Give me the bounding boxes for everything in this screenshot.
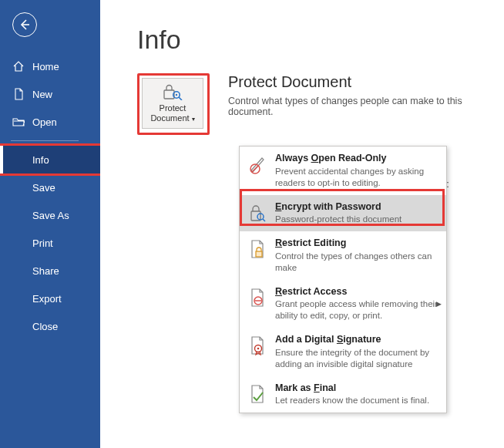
svg-line-9 xyxy=(263,219,265,221)
menu-desc-signature: Ensure the integrity of the document by … xyxy=(275,347,438,370)
svg-rect-10 xyxy=(256,251,262,257)
menu-desc-restrict-edit: Control the types of changes others can … xyxy=(275,251,438,274)
menu-item-restrict-access[interactable]: Restrict Access Grant people access whil… xyxy=(240,280,446,328)
menu-item-restrict-editing[interactable]: Restrict Editing Control the types of ch… xyxy=(240,231,446,280)
svg-line-3 xyxy=(179,97,182,100)
sidebar-label-home: Home xyxy=(32,61,59,72)
new-doc-icon xyxy=(12,88,25,100)
sidebar-label-saveas: Save As xyxy=(32,210,69,221)
arrow-left-icon xyxy=(18,19,31,31)
sidebar-item-open[interactable]: Open xyxy=(0,108,100,136)
sidebar-label-close: Close xyxy=(32,321,58,332)
menu-desc-restrict-access: Grant people access while removing their… xyxy=(275,298,438,322)
sidebar-item-info[interactable]: Info xyxy=(0,146,100,173)
menu-item-read-only[interactable]: Always Open Read-Only Prevent accidental… xyxy=(240,147,446,195)
sidebar-label-print: Print xyxy=(32,237,53,249)
protect-desc: Control what types of changes people can… xyxy=(228,96,504,117)
app-root: Home New Open Info Save Save As Print xyxy=(0,0,504,448)
protect-heading: Protect Document xyxy=(228,73,504,91)
main-panel: Info Protect Documen xyxy=(100,0,504,448)
svg-point-14 xyxy=(257,348,260,350)
protect-document-highlight: Protect Document▾ xyxy=(137,73,210,135)
mark-final-icon xyxy=(247,382,267,406)
page-title: Info xyxy=(137,25,504,55)
menu-desc-read-only: Prevent accidental changes by asking rea… xyxy=(275,166,438,189)
protect-btn-line2: Document xyxy=(150,113,189,123)
menu-item-signature[interactable]: Add a Digital Signature Ensure the integ… xyxy=(240,328,446,376)
lock-key-icon xyxy=(162,83,183,100)
protect-btn-line1: Protect xyxy=(160,103,186,113)
sidebar-label-open: Open xyxy=(32,116,57,128)
encrypt-icon xyxy=(247,201,267,224)
open-folder-icon xyxy=(12,116,25,128)
sidebar-item-save-as[interactable]: Save As xyxy=(0,201,100,229)
sidebar-label-share: Share xyxy=(32,265,59,277)
svg-point-4 xyxy=(176,94,177,96)
backstage-sidebar: Home New Open Info Save Save As Print xyxy=(0,0,100,448)
sidebar-label-export: Export xyxy=(32,293,62,305)
restrict-access-icon xyxy=(247,286,267,309)
sidebar-item-home[interactable]: Home xyxy=(0,52,100,80)
sidebar-item-save[interactable]: Save xyxy=(0,173,100,201)
protect-heading-block: Protect Document Control what types of c… xyxy=(228,73,504,117)
sidebar-item-export[interactable]: Export xyxy=(0,285,100,312)
sidebar-item-share[interactable]: Share xyxy=(0,257,100,285)
sidebar-item-new[interactable]: New xyxy=(0,80,100,108)
sidebar-label-new: New xyxy=(32,89,52,100)
menu-item-encrypt[interactable]: Encrypt with Password Password-protect t… xyxy=(240,195,446,232)
submenu-arrow-icon: ▶ xyxy=(436,300,442,308)
back-button[interactable] xyxy=(12,12,37,37)
menu-desc-encrypt: Password-protect this document xyxy=(275,214,438,225)
menu-desc-final: Let readers know the document is final. xyxy=(275,395,438,406)
menu-item-mark-final[interactable]: Mark as Final Let readers know the docum… xyxy=(240,376,446,413)
sidebar-label-save: Save xyxy=(32,182,55,194)
home-icon xyxy=(12,60,25,72)
sidebar-label-info: Info xyxy=(32,154,49,166)
sidebar-item-close[interactable]: Close xyxy=(0,312,100,340)
restrict-editing-icon xyxy=(247,237,267,261)
sidebar-item-print[interactable]: Print xyxy=(0,229,100,257)
sidebar-separator xyxy=(11,140,79,141)
protect-document-menu: Always Open Read-Only Prevent accidental… xyxy=(239,146,447,413)
signature-icon xyxy=(247,334,267,357)
read-only-icon xyxy=(247,153,267,176)
dropdown-caret-icon: ▾ xyxy=(192,116,195,123)
protect-document-button[interactable]: Protect Document▾ xyxy=(142,78,203,129)
